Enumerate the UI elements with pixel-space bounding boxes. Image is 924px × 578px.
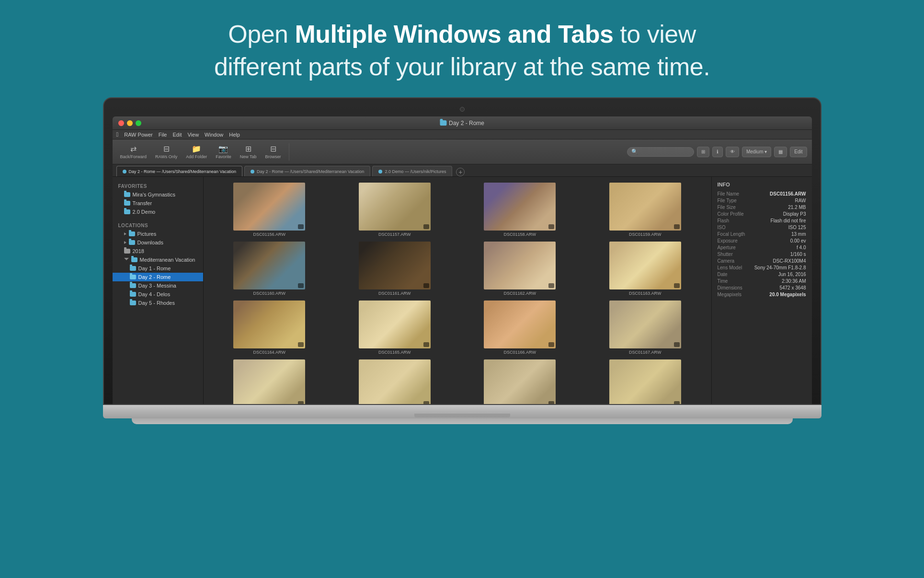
sidebar-item-day5[interactable]: Day 5 - Rhodes <box>113 299 203 307</box>
sidebar-item-transfer[interactable]: Transfer <box>113 199 203 208</box>
photo-item-15[interactable]: DSC01171.ARW <box>583 358 707 404</box>
photo-thumb-4 <box>233 242 305 289</box>
photo-item-10[interactable]: DSC01166.ARW <box>458 299 582 357</box>
add-folder-button[interactable]: 📁 Add Folder <box>183 142 210 161</box>
sidebar-item-downloads[interactable]: Downloads <box>113 238 203 247</box>
sidebar-item-day4[interactable]: Day 4 - Delos <box>113 290 203 299</box>
folder-icon <box>124 192 130 197</box>
folder-icon <box>130 266 136 271</box>
info-label-filetype: File Type <box>718 198 737 203</box>
raws-only-button[interactable]: ⊟ RAWs Only <box>152 142 180 161</box>
menu-file[interactable]: File <box>159 132 167 138</box>
folder-icon <box>124 201 130 206</box>
thumbnail-size-button[interactable]: Medium ▾ <box>742 147 771 157</box>
folder-icon <box>129 240 135 245</box>
laptop-wrapper: Day 2 - Rome  RAW Power File Edit View … <box>0 97 924 424</box>
edit-button[interactable]: Edit <box>790 147 807 157</box>
info-label-date: Date <box>718 272 728 277</box>
new-tab-button[interactable]: ⊞ New Tab <box>237 142 260 161</box>
photo-item-5[interactable]: DSC01161.ARW <box>332 240 457 298</box>
favorite-button[interactable]: 📷 Favorite <box>213 142 234 161</box>
photo-item-3[interactable]: DSC01159.ARW <box>583 181 707 239</box>
photo-item-12[interactable]: DSC01168.ARW <box>207 358 332 404</box>
tab-2[interactable]: Day 2 - Rome — /Users/Shared/Mediterrane… <box>244 166 370 176</box>
photo-item-4[interactable]: DSC01160.ARW <box>207 240 332 298</box>
photo-item-14[interactable]: DSC01170.ARW <box>458 358 582 404</box>
sidebar-item-miras-gymnastics[interactable]: Mira's Gymnastics <box>113 190 203 199</box>
photo-item-7[interactable]: DSC01163.ARW <box>583 240 707 298</box>
photo-label-3: DSC01159.ARW <box>629 232 661 237</box>
tab-3[interactable]: 2.0 Demo — /Users/nik/Pictures <box>372 166 452 176</box>
photo-item-6[interactable]: DSC01162.ARW <box>458 240 582 298</box>
sidebar-item-2018[interactable]: 2018 <box>113 247 203 255</box>
sidebar-item-label: 2.0 Demo <box>133 209 156 215</box>
info-view-button[interactable]: ℹ <box>712 147 723 157</box>
info-header: INFO <box>718 182 806 187</box>
raw-badge <box>423 342 429 347</box>
favorite-icon: 📷 <box>218 144 228 153</box>
browser-button[interactable]: ⊟ Browser <box>262 142 284 161</box>
photo-item-11[interactable]: DSC01167.ARW <box>583 299 707 357</box>
laptop-foot <box>132 418 793 424</box>
menu-view[interactable]: View <box>187 132 199 138</box>
headline-line2: different parts of your library at the s… <box>214 53 710 81</box>
close-button[interactable] <box>118 120 124 126</box>
info-label-megapixels: Megapixels <box>718 292 742 297</box>
menu-edit[interactable]: Edit <box>172 132 182 138</box>
sidebar-item-mediterranean[interactable]: Mediterranean Vacation <box>113 255 203 264</box>
sidebar-item-label: Day 5 - Rhodes <box>138 300 175 306</box>
photo-item-8[interactable]: DSC01164.ARW <box>207 299 332 357</box>
sidebar-item-day1[interactable]: Day 1 - Rome <box>113 264 203 273</box>
photo-label-9: DSC01165.ARW <box>378 350 411 355</box>
menu-window[interactable]: Window <box>205 132 223 138</box>
raw-badge <box>674 224 680 229</box>
photo-item-0[interactable]: DSC01156.ARW <box>207 181 332 239</box>
menu-help[interactable]: Help <box>229 132 240 138</box>
sidebar-item-demo[interactable]: 2.0 Demo <box>113 208 203 216</box>
sidebar-item-label: Downloads <box>137 240 163 245</box>
info-row-flash: Flash Flash did not fire <box>718 218 806 223</box>
viewer-button[interactable]: ▦ <box>774 147 787 157</box>
photo-label-0: DSC01156.ARW <box>253 232 285 237</box>
eye-icon: 👁 <box>730 149 735 154</box>
sidebar-item-pictures[interactable]: Pictures <box>113 230 203 238</box>
menu-rawpower[interactable]: RAW Power <box>124 132 153 138</box>
back-forward-button[interactable]: ⇄ Back/Forward <box>117 142 150 161</box>
search-box[interactable]: 🔍 <box>627 147 694 157</box>
folder-icon <box>130 283 136 288</box>
browser-label: Browser <box>265 154 281 159</box>
photo-label-2: DSC01158.ARW <box>504 232 536 237</box>
collapse-icon <box>124 258 129 262</box>
grid-view-button[interactable]: ⊞ <box>697 147 709 157</box>
info-value-shutter: 1/160 s <box>790 252 806 257</box>
photo-label-4: DSC01160.ARW <box>253 291 285 296</box>
info-row-dimensions: Dimensions 5472 x 3648 <box>718 285 806 290</box>
raw-badge <box>674 401 680 404</box>
thumbnail-size-label: Medium ▾ <box>746 149 767 154</box>
photo-label-8: DSC01164.ARW <box>253 350 285 355</box>
raw-badge <box>548 224 554 229</box>
folder-icon <box>131 257 137 262</box>
photo-thumb-12 <box>233 359 305 404</box>
info-value-filetype: RAW <box>795 198 806 203</box>
apple-menu[interactable]:  <box>116 131 119 138</box>
photo-thumb-2 <box>484 183 556 231</box>
minimize-button[interactable] <box>127 120 133 126</box>
photo-item-1[interactable]: DSC01157.ARW <box>332 181 457 239</box>
info-label-colorprofile: Color Profile <box>718 211 744 217</box>
tabs-bar: Day 2 - Rome — /Users/Shared/Mediterrane… <box>113 164 812 177</box>
info-label-lensmodel: Lens Model <box>718 265 742 270</box>
raw-badge <box>548 401 554 404</box>
tab-1[interactable]: Day 2 - Rome — /Users/Shared/Mediterrane… <box>116 166 242 176</box>
sidebar-item-day3[interactable]: Day 3 - Messina <box>113 281 203 290</box>
quicklook-button[interactable]: 👁 <box>726 147 739 157</box>
title-folder-icon <box>440 120 446 126</box>
photo-thumb-11 <box>609 301 681 348</box>
photo-item-13[interactable]: DSC01169.ARW <box>332 358 457 404</box>
back-forward-icon: ⇄ <box>130 144 137 153</box>
fullscreen-button[interactable] <box>136 120 141 126</box>
photo-item-9[interactable]: DSC01165.ARW <box>332 299 457 357</box>
sidebar-item-day2[interactable]: Day 2 - Rome <box>113 273 203 281</box>
add-tab-button[interactable]: + <box>456 168 465 176</box>
photo-item-2[interactable]: DSC01158.ARW <box>458 181 582 239</box>
